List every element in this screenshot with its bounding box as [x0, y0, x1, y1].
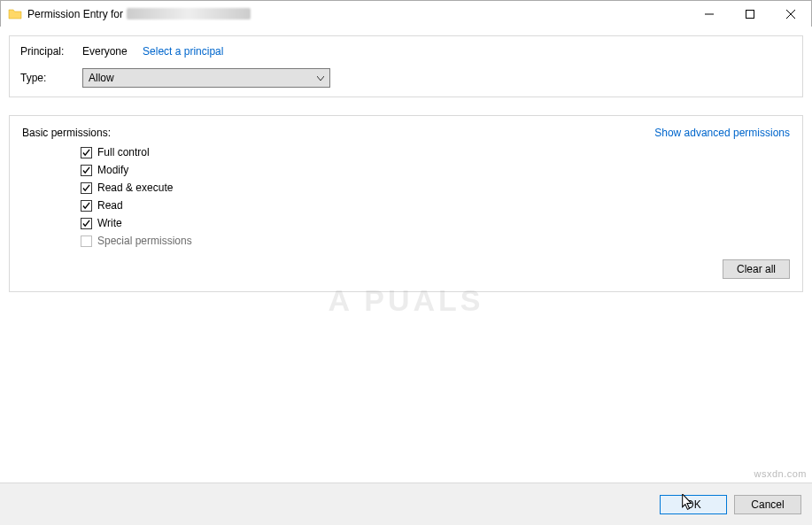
watermark-corner: wsxdn.com: [754, 468, 807, 479]
permissions-panel: Basic permissions: Show advanced permiss…: [9, 115, 803, 292]
permission-row: Read & execute: [81, 181, 790, 194]
permission-checkbox[interactable]: [81, 218, 92, 229]
permissions-list: Full controlModifyRead & executeReadWrit…: [81, 146, 790, 247]
permission-row: Read: [81, 199, 790, 212]
show-advanced-permissions-link[interactable]: Show advanced permissions: [654, 127, 790, 139]
type-select-value: Allow: [89, 72, 114, 84]
svg-rect-0: [746, 10, 754, 18]
permission-row: Special permissions: [81, 235, 790, 247]
principal-row: Everyone Select a principal: [82, 45, 792, 58]
permission-row: Full control: [81, 146, 790, 158]
minimize-button[interactable]: [689, 1, 730, 27]
window-title-redacted: [127, 8, 251, 19]
permission-row: Modify: [81, 164, 790, 176]
titlebar: Permission Entry for: [1, 1, 811, 27]
window-title: Permission Entry for: [27, 8, 123, 20]
cancel-button[interactable]: Cancel: [734, 495, 801, 514]
select-principal-link[interactable]: Select a principal: [143, 45, 223, 58]
permission-checkbox[interactable]: [81, 165, 92, 176]
principal-panel: Principal: Everyone Select a principal T…: [9, 35, 803, 97]
permission-label: Read & execute: [97, 181, 173, 194]
basic-permissions-label: Basic permissions:: [22, 127, 111, 139]
maximize-button[interactable]: [730, 1, 770, 27]
type-label: Type:: [20, 72, 82, 84]
folder-icon: [8, 7, 22, 21]
client-area: Principal: Everyone Select a principal T…: [0, 27, 812, 483]
permission-label: Write: [97, 217, 122, 229]
permission-row: Write: [81, 217, 790, 229]
principal-value: Everyone: [82, 45, 128, 58]
permission-label: Read: [97, 199, 123, 212]
clear-all-button[interactable]: Clear all: [723, 259, 790, 279]
permission-checkbox: [81, 235, 92, 247]
type-select[interactable]: Allow: [82, 68, 330, 88]
close-button[interactable]: [770, 1, 811, 27]
permission-checkbox[interactable]: [81, 182, 92, 194]
principal-label: Principal:: [20, 45, 82, 58]
permission-label: Modify: [97, 164, 128, 176]
permission-checkbox[interactable]: [81, 147, 92, 158]
ok-button[interactable]: OK: [660, 495, 727, 514]
permission-label: Full control: [97, 146, 150, 158]
chevron-down-icon: [317, 72, 324, 84]
permission-label: Special permissions: [97, 235, 192, 247]
permission-checkbox[interactable]: [81, 200, 92, 212]
dialog-footer: OK Cancel: [0, 483, 812, 525]
